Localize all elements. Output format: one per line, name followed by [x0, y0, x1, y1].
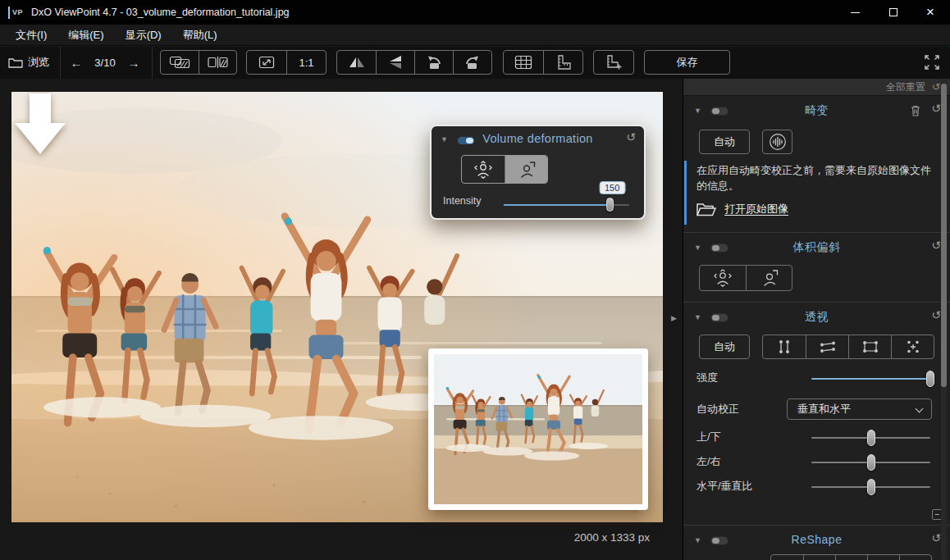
chevron-down-icon: [916, 405, 924, 413]
maximize-button[interactable]: [881, 0, 906, 25]
fit-screen-button[interactable]: [247, 51, 286, 74]
intensity-slider[interactable]: 150: [504, 204, 629, 206]
compare-split-icon: [207, 56, 230, 69]
distortion-info-message: 在应用自动畸变校正之前，需要来自原始图像文件的信息。: [687, 161, 942, 193]
menu-help[interactable]: 帮助(L): [172, 25, 228, 46]
reset-all-undo-icon[interactable]: ↺: [932, 81, 940, 93]
close-button[interactable]: ×: [918, 0, 943, 25]
reshape-tool-button-5[interactable]: [899, 555, 931, 560]
ruler-button[interactable]: [543, 51, 582, 74]
auto-correct-label: 自动校正: [697, 402, 739, 417]
add-measure-button[interactable]: [593, 50, 634, 75]
strength-slider-handle[interactable]: [926, 371, 934, 387]
diagonal-mode-button[interactable]: [505, 156, 547, 183]
person-arrows-icon: [713, 269, 733, 287]
open-original-link[interactable]: 打开原始图像: [724, 202, 788, 216]
reshape-tool-button-4[interactable]: [867, 555, 899, 560]
menu-view[interactable]: 显示(D): [115, 25, 172, 46]
rectangle-points-icon: [861, 339, 880, 355]
force-vertical-button[interactable]: [763, 335, 806, 358]
panel-undo-icon[interactable]: ↺: [626, 130, 636, 143]
left-right-label: 左/右: [697, 454, 721, 469]
zoom-1to1-label: 1:1: [299, 57, 313, 69]
volume-undo-icon[interactable]: ↺: [931, 239, 941, 252]
sidebar-scrollbar-thumb[interactable]: [941, 84, 947, 387]
reshape-tool-button-2[interactable]: [803, 555, 835, 560]
volume-spherical-button[interactable]: [700, 266, 746, 290]
zoom-group: 1:1: [246, 50, 327, 75]
flip-vertical-button[interactable]: [376, 51, 414, 74]
compare-overlay-icon: [169, 56, 190, 69]
app-logo-text: VP: [12, 8, 23, 16]
volume-diagonal-button[interactable]: [746, 266, 792, 290]
distortion-auto-label: 自动: [714, 134, 735, 149]
spherical-mode-button[interactable]: [462, 156, 505, 183]
save-label: 保存: [677, 55, 698, 70]
maximize-icon: [889, 8, 897, 16]
perspective-header: ▼ 透视 ↺: [683, 305, 950, 330]
fit-screen-icon: [258, 56, 275, 69]
zoom-1to1-button[interactable]: 1:1: [286, 51, 326, 74]
volume-mode-group: [461, 155, 548, 184]
minimize-button[interactable]: [843, 0, 867, 25]
strength-slider[interactable]: [811, 378, 930, 380]
eight-point-tool-button[interactable]: [891, 335, 934, 358]
force-horizontal-button[interactable]: [806, 335, 848, 358]
browse-label: 浏览: [28, 55, 49, 70]
rotate-right-button[interactable]: [453, 51, 491, 74]
auto-correct-value: 垂直和水平: [797, 402, 851, 417]
browse-button[interactable]: 浏览: [8, 50, 49, 75]
grid-button[interactable]: [504, 51, 543, 74]
minimize-icon: [851, 12, 860, 13]
rotate-left-button[interactable]: [414, 51, 453, 74]
volume-title: 体积偏斜: [683, 240, 950, 255]
distortion-undo-icon[interactable]: ↺: [931, 102, 941, 115]
grid-icon: [514, 55, 532, 70]
distortion-auto-button[interactable]: 自动: [699, 130, 750, 154]
intensity-slider-handle[interactable]: 150: [606, 198, 614, 212]
distortion-trash-icon[interactable]: [911, 105, 920, 116]
corrected-photo: [434, 354, 642, 504]
reshape-undo-icon[interactable]: ↺: [931, 531, 941, 544]
left-right-slider[interactable]: [811, 462, 930, 463]
up-down-slider-handle[interactable]: [867, 430, 875, 446]
intensity-value-bubble: 150: [599, 181, 625, 194]
toolbar: 浏览 ← 3/10 →: [0, 47, 950, 79]
lens-profile-button[interactable]: [762, 130, 792, 154]
reset-all-label[interactable]: 全部重置: [886, 80, 925, 94]
perspective-auto-button[interactable]: 自动: [699, 335, 750, 359]
reshape-tool-button-1[interactable]: [771, 555, 803, 560]
strength-label: 强度: [697, 371, 718, 385]
save-button[interactable]: 保存: [644, 50, 730, 75]
menu-file[interactable]: 文件(I): [5, 25, 57, 46]
prev-image-button[interactable]: ←: [68, 50, 84, 75]
wave-circle-icon: [769, 133, 787, 151]
image-canvas: ▼ Volume deformation ↺: [0, 79, 683, 560]
up-down-slider[interactable]: [811, 437, 930, 439]
hv-ratio-row: 水平/垂直比: [683, 476, 950, 497]
left-right-slider-handle[interactable]: [867, 454, 875, 471]
fullscreen-button[interactable]: [920, 50, 943, 75]
volume-header: ▼ 体积偏斜 ↺: [683, 235, 950, 260]
rectangle-tool-button[interactable]: [848, 335, 891, 358]
photo-after-inset: [428, 348, 648, 510]
auto-correct-dropdown[interactable]: 垂直和水平: [787, 398, 932, 420]
compare-overlay-button[interactable]: [161, 51, 199, 74]
perspective-tools-group: [762, 335, 934, 359]
reshape-tools-group: [770, 554, 932, 560]
reshape-tool-button-3[interactable]: [835, 555, 867, 560]
perspective-title: 透视: [683, 310, 950, 325]
app-logo-icon: VP: [8, 7, 23, 19]
transform-group: [336, 50, 492, 75]
folder-icon: [8, 57, 23, 68]
hv-ratio-slider-handle[interactable]: [867, 479, 875, 495]
sidebar-collapse-arrow[interactable]: ▶: [671, 314, 677, 322]
down-arrow-icon: [11, 92, 69, 157]
flip-horizontal-button[interactable]: [337, 51, 376, 74]
hv-ratio-slider[interactable]: [811, 486, 930, 488]
next-image-button[interactable]: →: [126, 50, 142, 75]
menu-edit[interactable]: 编辑(E): [57, 25, 114, 46]
compare-split-button[interactable]: [199, 51, 236, 74]
reset-all-bar: 全部重置 ↺: [683, 79, 950, 96]
perspective-undo-icon[interactable]: ↺: [931, 308, 941, 321]
